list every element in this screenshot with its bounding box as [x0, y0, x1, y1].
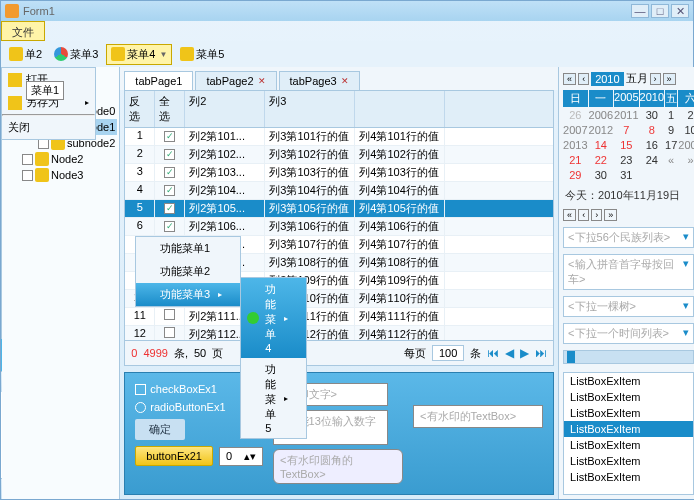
tree-node3[interactable]: Node3: [4, 167, 117, 183]
toolbar-menu5[interactable]: 菜单5: [176, 45, 228, 64]
pager-prev[interactable]: ◀: [505, 346, 514, 360]
minimize-button[interactable]: —: [631, 4, 649, 18]
header-selectall[interactable]: 全选: [155, 91, 185, 127]
cal-day[interactable]: «: [665, 153, 677, 167]
row-checkbox[interactable]: ✓: [155, 128, 185, 145]
combo-ethnic[interactable]: <下拉56个民族列表>: [563, 227, 694, 248]
slider-thumb[interactable]: [567, 351, 575, 363]
table-row[interactable]: 12列2第112...列3第112行的值列4第112行的值: [125, 326, 553, 341]
cal-day[interactable]: 2011: [614, 108, 638, 122]
ctx-sub-4[interactable]: 功能菜单4: [241, 278, 306, 358]
nav-first[interactable]: «: [563, 209, 576, 221]
table-row[interactable]: 2✓列2第102...列3第102行的值列4第102行的值: [125, 146, 553, 164]
cal-day[interactable]: 8: [640, 123, 664, 137]
cal-day[interactable]: 2012: [589, 123, 613, 137]
cal-day[interactable]: 24: [640, 153, 664, 167]
tab-page3[interactable]: tabPage3✕: [279, 71, 360, 90]
cal-day[interactable]: 2: [678, 108, 694, 122]
nav-last[interactable]: »: [604, 209, 617, 221]
toolbar-dropdown-item[interactable]: 菜单1: [26, 81, 64, 100]
toolbar-menu3[interactable]: 菜单3: [50, 45, 102, 64]
cal-day[interactable]: 2006: [589, 108, 613, 122]
row-checkbox[interactable]: [155, 326, 185, 341]
ctx-item-2[interactable]: 功能菜单2: [136, 260, 240, 283]
toolbar-menu4[interactable]: 菜单4▼: [106, 44, 172, 65]
cal-day[interactable]: 29: [563, 168, 587, 182]
cal-day[interactable]: 7: [614, 123, 638, 137]
cal-day[interactable]: »: [678, 153, 694, 167]
slider[interactable]: [563, 350, 694, 364]
ctx-item-3[interactable]: 功能菜单3: [136, 283, 240, 306]
watermark-textbox-4[interactable]: <有水印的TextBox>: [413, 405, 543, 428]
maximize-button[interactable]: □: [651, 4, 669, 18]
list-item[interactable]: ListBoxExItem: [564, 421, 693, 437]
cal-day[interactable]: [665, 168, 677, 182]
header-col3[interactable]: 列3: [265, 91, 355, 127]
pager-next[interactable]: ▶: [520, 346, 529, 360]
toolbar-menu2[interactable]: 单2: [5, 45, 46, 64]
row-checkbox[interactable]: ✓: [155, 182, 185, 199]
list-item[interactable]: ListBoxExItem: [564, 405, 693, 421]
combo-tree[interactable]: <下拉一棵树>: [563, 296, 694, 317]
checkbox[interactable]: [22, 154, 33, 165]
cal-day[interactable]: 2009: [678, 138, 694, 152]
list-item[interactable]: ListBoxExItem: [564, 453, 693, 469]
calendar-grid[interactable]: 日一20052010五六2526200620113012320072012789…: [563, 90, 694, 182]
cal-day[interactable]: 14: [589, 138, 613, 152]
row-checkbox[interactable]: ✓: [155, 146, 185, 163]
calendar-year[interactable]: 2010: [591, 72, 623, 86]
ok-button[interactable]: 确定: [135, 419, 185, 440]
table-row[interactable]: 11列2第111...列3第111行的值列4第111行的值: [125, 308, 553, 326]
tab-page2[interactable]: tabPage2✕: [195, 71, 276, 90]
titlebar[interactable]: Form1 — □ ✕: [1, 1, 693, 21]
year-next[interactable]: ›: [650, 73, 661, 85]
cal-day[interactable]: 31: [614, 168, 638, 182]
menu-file[interactable]: 文件: [1, 21, 45, 41]
cal-day[interactable]: 30: [640, 108, 664, 122]
cal-day[interactable]: 22: [589, 153, 613, 167]
spinner-buttons[interactable]: ▴▾: [238, 448, 262, 465]
row-checkbox[interactable]: [155, 308, 185, 325]
close-icon[interactable]: ✕: [341, 76, 349, 86]
cal-day[interactable]: 9: [665, 123, 677, 137]
cal-day[interactable]: 23: [614, 153, 638, 167]
listbox[interactable]: ListBoxExItemListBoxExItemListBoxExItemL…: [563, 372, 694, 495]
row-checkbox[interactable]: ✓: [155, 164, 185, 181]
cal-day[interactable]: 10: [678, 123, 694, 137]
header-col2[interactable]: 列2: [185, 91, 265, 127]
cal-day[interactable]: 17: [665, 138, 677, 152]
button-ex21[interactable]: buttonEx21: [135, 446, 213, 466]
cal-day[interactable]: [678, 168, 694, 182]
cal-day[interactable]: 15: [614, 138, 638, 152]
cal-day[interactable]: 1: [665, 108, 677, 122]
menu-close[interactable]: 关闭: [2, 116, 95, 139]
cal-day[interactable]: 2007: [563, 123, 587, 137]
header-invert[interactable]: 反选: [125, 91, 155, 127]
close-icon[interactable]: ✕: [258, 76, 266, 86]
list-item[interactable]: ListBoxExItem: [564, 389, 693, 405]
cal-day[interactable]: [640, 168, 664, 182]
spinner[interactable]: 0▴▾: [219, 447, 263, 466]
cal-day[interactable]: 16: [640, 138, 664, 152]
tab-page1[interactable]: tabPage1: [124, 71, 193, 90]
row-checkbox[interactable]: ✓: [155, 200, 185, 217]
checkbox[interactable]: [22, 170, 33, 181]
table-row[interactable]: 6✓列2第106...列3第106行的值列4第106行的值: [125, 218, 553, 236]
calendar-today[interactable]: 今天：2010年11月19日: [563, 186, 694, 205]
ctx-sub-5[interactable]: 功能菜单5: [241, 358, 306, 438]
list-item[interactable]: ListBoxExItem: [564, 373, 693, 389]
row-checkbox[interactable]: ✓: [155, 218, 185, 235]
nav-next[interactable]: ›: [591, 209, 602, 221]
table-row[interactable]: 3✓列2第103...列3第103行的值列4第103行的值: [125, 164, 553, 182]
cal-day[interactable]: 30: [589, 168, 613, 182]
combo-time[interactable]: <下拉一个时间列表>: [563, 323, 694, 344]
nav-prev[interactable]: ‹: [578, 209, 589, 221]
pager-last[interactable]: ⏭: [535, 346, 547, 360]
combo-pinyin[interactable]: <输入拼音首字母按回车>: [563, 254, 694, 290]
pager-pagesize-input[interactable]: [432, 345, 464, 361]
table-row[interactable]: 5✓列2第105...列3第105行的值列4第105行的值: [125, 200, 553, 218]
cal-day[interactable]: 21: [563, 153, 587, 167]
cal-day[interactable]: 2013: [563, 138, 587, 152]
table-row[interactable]: 1✓列2第101...列3第101行的值列4第101行的值: [125, 128, 553, 146]
cal-day[interactable]: 26: [563, 108, 587, 122]
